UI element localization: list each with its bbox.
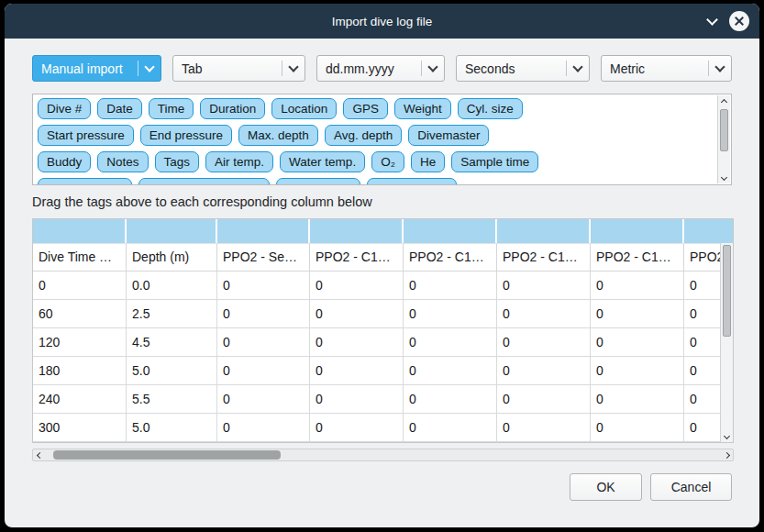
drop-cell[interactable]	[591, 219, 684, 243]
tag-row: Dive #DateTimeDurationLocationGPSWeightC…	[38, 98, 713, 119]
table-cell: 0	[217, 328, 310, 357]
table-cell: 0	[33, 272, 127, 300]
tag-sample-time[interactable]: Sample time	[451, 151, 538, 172]
tag-area: Dive #DateTimeDurationLocationGPSWeightC…	[32, 94, 732, 185]
table-cell: 0	[217, 272, 310, 300]
drop-cell[interactable]	[127, 219, 217, 243]
drop-cell[interactable]	[217, 219, 310, 243]
tag-avg-depth[interactable]: Avg. depth	[325, 125, 402, 146]
chevron-down-icon	[427, 61, 437, 72]
table-scrollport: Dive Time …Depth (m)PPO2 - Se…PPO2 - C1……	[33, 243, 720, 442]
table-cell: 5.0	[127, 357, 217, 385]
scroll-up-button[interactable]	[718, 95, 730, 108]
table-row: 3005.0000000	[33, 414, 720, 442]
drop-cell[interactable]	[33, 219, 127, 243]
table-row: 1204.5000000	[33, 328, 720, 357]
table-body: 00.0000000602.50000001204.50000001805.00…	[33, 272, 720, 442]
tag-duration[interactable]: Duration	[200, 98, 265, 119]
drop-cell[interactable]	[684, 219, 733, 243]
tag-date[interactable]: Date	[97, 98, 142, 119]
tag-notes[interactable]: Notes	[97, 151, 148, 172]
table-lower: Dive Time …Depth (m)PPO2 - Se…PPO2 - C1……	[33, 243, 733, 442]
column-header: PPO2 - C1…	[310, 243, 404, 272]
tag-sample-po2[interactable]: Sample po2	[276, 178, 360, 184]
chevron-down-icon	[572, 61, 582, 72]
titlebar-icons	[708, 4, 749, 39]
table-cell: 180	[33, 357, 127, 385]
column-header: PPO2 - C1…	[497, 243, 591, 272]
cancel-button[interactable]: Cancel	[650, 473, 732, 501]
table-cell: 0.0	[127, 272, 217, 300]
tag-o[interactable]: O₂	[371, 151, 404, 172]
table-cell: 0	[591, 328, 684, 357]
combo-dd-mm-yyyy[interactable]: dd.mm.yyyy	[316, 55, 445, 82]
chevron-down-icon	[288, 61, 298, 72]
tag-water-temp[interactable]: Water temp.	[280, 151, 365, 172]
tag-sample-temperature[interactable]: Sample temperature	[138, 178, 269, 184]
tag-max-depth[interactable]: Max. depth	[238, 125, 318, 146]
tag-weight[interactable]: Weight	[394, 98, 451, 119]
close-button[interactable]	[729, 11, 749, 31]
drop-cell[interactable]	[497, 219, 591, 243]
chevron-down-icon	[144, 61, 154, 72]
table-horizontal-scrollbar[interactable]	[32, 449, 734, 461]
combo-separator	[421, 61, 422, 76]
drop-cell[interactable]	[310, 219, 404, 243]
ok-button[interactable]: OK	[570, 473, 642, 501]
tag-cyl-size[interactable]: Cyl. size	[458, 98, 523, 119]
titlebar[interactable]: Import dive log file	[5, 4, 759, 39]
combo-separator	[282, 61, 282, 76]
table-cell: 0	[404, 357, 497, 385]
tag-start-pressure[interactable]: Start pressure	[38, 125, 134, 146]
scroll-left-button[interactable]	[33, 449, 46, 460]
combo-manual-import[interactable]: Manual import	[32, 55, 161, 82]
footer: OK Cancel	[32, 473, 732, 501]
titlebar-chevron-down-icon[interactable]	[708, 19, 716, 24]
table-vertical-scrollbar[interactable]	[720, 243, 733, 442]
tag-air-temp[interactable]: Air temp.	[205, 151, 273, 172]
tag-sample-cns[interactable]: Sample CNS	[367, 178, 457, 184]
combo-tab[interactable]: Tab	[172, 55, 305, 82]
column-header: PPO2 - Se…	[217, 243, 310, 272]
table-cell: 0	[684, 357, 720, 385]
table-cell: 0	[497, 414, 591, 442]
scrollbar-handle[interactable]	[53, 450, 281, 460]
tag-row: Start pressureEnd pressureMax. depthAvg.…	[38, 125, 713, 146]
table-cell: 0	[217, 414, 310, 442]
tag-time[interactable]: Time	[149, 98, 194, 119]
scroll-right-button[interactable]	[720, 449, 733, 460]
tag-end-pressure[interactable]: End pressure	[140, 125, 232, 146]
tag-buddy[interactable]: Buddy	[38, 151, 91, 172]
tag-sample-depth[interactable]: Sample depth	[38, 178, 132, 184]
tag-area-scrollbar[interactable]	[717, 95, 730, 183]
table-cell: 0	[404, 414, 497, 442]
combo-metric[interactable]: Metric	[601, 55, 732, 82]
column-header: PPO2 - C1…	[591, 243, 684, 272]
tag-divemaster[interactable]: Divemaster	[408, 125, 489, 146]
tag-gps[interactable]: GPS	[343, 98, 388, 119]
table-cell: 0	[684, 272, 720, 300]
table-row: 00.0000000	[33, 272, 720, 300]
combo-seconds[interactable]: Seconds	[456, 55, 590, 82]
column-header: Depth (m)	[127, 243, 217, 272]
scroll-down-button[interactable]	[718, 171, 730, 183]
table-cell: 0	[404, 272, 497, 300]
table-cell: 0	[310, 414, 404, 442]
tag-row: BuddyNotesTagsAir temp.Water temp.O₂HeSa…	[38, 151, 713, 172]
scroll-down-button[interactable]	[721, 429, 733, 442]
tag-location[interactable]: Location	[271, 98, 337, 119]
scrollbar-handle[interactable]	[723, 245, 731, 337]
tag-he[interactable]: He	[411, 151, 445, 172]
tag-tags[interactable]: Tags	[155, 151, 200, 172]
scrollbar-handle[interactable]	[720, 109, 728, 151]
tag-dive[interactable]: Dive #	[38, 98, 91, 119]
combo-value: Manual import	[33, 61, 138, 76]
table-cell: 0	[591, 357, 684, 385]
combo-separator	[138, 61, 138, 76]
column-header: Dive Time …	[33, 243, 127, 272]
preview-table: Dive Time …Depth (m)PPO2 - Se…PPO2 - C1……	[32, 218, 734, 443]
table-row: 1805.0000000	[33, 357, 720, 385]
drop-cell[interactable]	[404, 219, 497, 243]
table-cell: 0	[217, 300, 310, 328]
dialog-content: Manual importTabdd.mm.yyyySecondsMetric …	[5, 39, 759, 501]
